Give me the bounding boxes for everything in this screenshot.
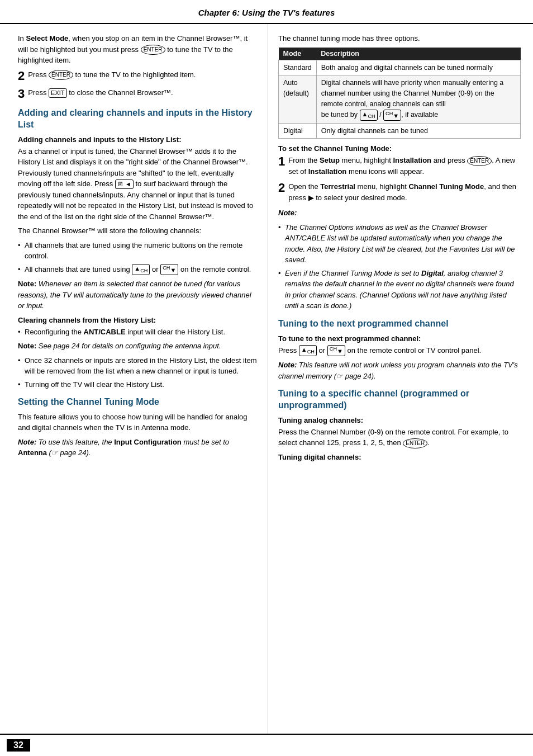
enter-btn-icon: ENTER [141,45,165,55]
exit-btn-icon: EXIT [49,88,66,98]
step-2: 2 Press ENTER to tune the TV to the high… [18,69,258,83]
set-step-1-num: 1 [278,155,285,168]
desc-digital: Only digital channels can be tuned [316,123,520,139]
content-area: In Select Mode, when you stop on an item… [0,24,533,734]
clearing-list-2: Once 32 channels or inputs are stored in… [18,355,258,390]
tune-ch-down-icon: CH▼ [327,345,345,356]
back-btn-icon: 🖹 ◄ [115,179,134,189]
set-step-2-num: 2 [278,181,285,195]
set-step-1-content: From the Setup menu, highlight Installat… [288,155,521,177]
desc-standard: Both analog and digital channels can be … [316,60,520,75]
section-adding-title: Adding and clearing channels and inputs … [18,107,258,131]
left-column: In Select Mode, when you stop on an item… [0,24,268,734]
table-row-digital: Digital Only digital channels can be tun… [279,123,521,139]
page-number-bar: 32 [0,734,533,756]
note-4-label: Note: [278,207,521,219]
note-1: Note: Whenever an item is selected that … [18,278,258,311]
adding-para1: As a channel or input is tuned, the Chan… [18,146,258,223]
analog-para: Press the Channel Number (0-9) on the re… [278,427,521,448]
note-4-bullet-2: Even if the Channel Tuning Mode is set t… [278,268,521,311]
ch-down-btn-icon: CH▼ [160,264,178,275]
mode-digital: Digital [279,123,317,139]
note-4-bullet-1: The Channel Options windows as well as t… [278,222,521,266]
step-2-num: 2 [18,69,25,83]
section-specific-channel-title: Tuning to a specific channel (programmed… [278,388,521,412]
channel-bullet-2: All channels that are tuned using ▲CH or… [18,264,258,276]
tune-para: Press ▲CH or CH▼ on the remote control o… [278,345,521,357]
set-step-1: 1 From the Setup menu, highlight Install… [278,155,521,177]
enter-set1-icon: ENTER [467,156,492,166]
step-2-content: Press ENTER to tune the TV to the highli… [28,69,258,81]
chapter-header: Chapter 6: Using the TV's features [0,0,533,24]
note-2: Note: See page 24 for details on configu… [18,341,258,352]
set-step-2-content: Open the Terrestrial menu, highlight Cha… [288,181,521,203]
analog-sub-title: Tuning analog channels: [278,416,521,424]
table-header-mode: Mode [279,48,317,60]
section-tuning-title: Setting the Channel Tuning Mode [18,396,258,408]
tune-sub-title: To tune to the next programmed channel: [278,334,521,343]
set-step-2: 2 Open the Terrestrial menu, highlight C… [278,181,521,203]
table-row-standard: Standard Both analog and digital channel… [279,60,521,75]
desc-auto: Digital channels will have priority when… [316,75,520,123]
auto-ch-down-icon: CH▼ [383,110,401,121]
note-4-list: The Channel Options windows as well as t… [278,222,521,311]
table-row-auto: Auto(default) Digital channels will have… [279,75,521,123]
mode-intro: The channel tuning mode has three option… [278,33,521,44]
step-3-content: Press EXIT to close the Channel Browser™… [28,87,258,98]
section-next-channel-title: Tuning to the next programmed channel [278,318,521,330]
intro-paragraph: In Select Mode, when you stop on an item… [18,33,258,66]
tune-ch-up-icon: ▲CH [299,345,317,356]
sub-clearing-title: Clearing channels from the History List: [18,316,258,324]
note-3: Note: To use this feature, the Input Con… [18,437,258,459]
page: Chapter 6: Using the TV's features In Se… [0,0,533,756]
clearing-bullet-3: Turning off the TV will clear the Histor… [18,379,258,390]
channel-bullet-1: All channels that are tuned using the nu… [18,240,258,262]
page-number: 32 [7,739,30,752]
table-header-desc: Description [316,48,520,60]
clearing-bullet-1: Reconfiguring the ANT/CABLE input will c… [18,327,258,338]
mode-table: Mode Description Standard Both analog an… [278,48,521,139]
right-column: The channel tuning mode has three option… [268,24,533,734]
mode-standard: Standard [279,60,317,75]
tuning-para: This feature allows you to choose how tu… [18,412,258,433]
set-mode-title: To set the Channel Tuning Mode: [278,144,521,153]
clearing-bullet-2: Once 32 channels or inputs are stored in… [18,355,258,377]
adding-para2: The Channel Browser™ will store the foll… [18,225,258,237]
chapter-title: Chapter 6: Using the TV's features [198,8,335,17]
mode-auto: Auto(default) [279,75,317,123]
ch-up-btn-icon: ▲CH [132,264,150,275]
channels-list: All channels that are tuned using the nu… [18,240,258,276]
enter-btn-2-icon: ENTER [49,70,73,80]
enter-analog-icon: ENTER [403,438,427,448]
note-5: Note: This feature will not work unless … [278,360,521,381]
sub-adding-title: Adding channels and inputs to the Histor… [18,135,258,144]
auto-ch-up-icon: ▲CH [360,110,378,121]
step-3-num: 3 [18,87,25,101]
digital-sub-title: Tuning digital channels: [278,453,521,461]
step-3: 3 Press EXIT to close the Channel Browse… [18,87,258,101]
clearing-list: Reconfiguring the ANT/CABLE input will c… [18,327,258,338]
